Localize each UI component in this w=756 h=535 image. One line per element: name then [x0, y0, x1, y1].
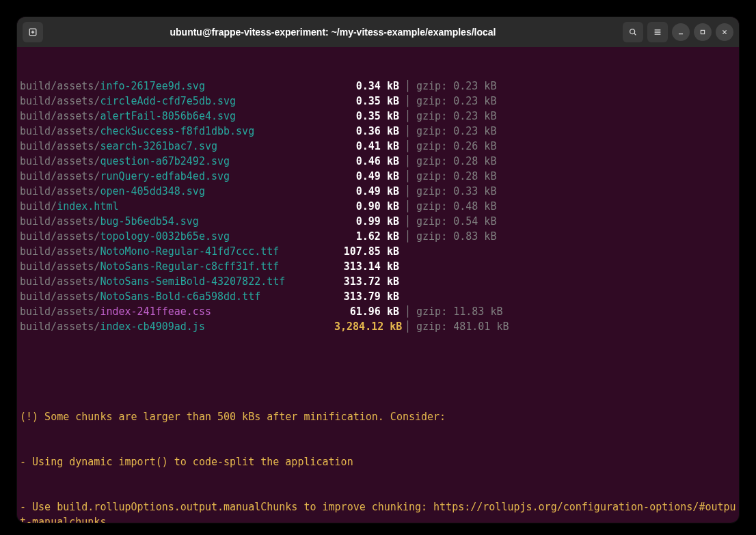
build-output-row: build/assets/index-cb4909ad.js3,284.12 k…	[20, 319, 736, 334]
build-output-row: build/assets/bug-5b6edb54.svg0.99 kB│gzi…	[20, 214, 736, 229]
window-title: ubuntu@frappe-vitess-experiment: ~/my-vi…	[47, 27, 619, 38]
terminal-window: ubuntu@frappe-vitess-experiment: ~/my-vi…	[17, 17, 739, 523]
build-output-row: build/assets/topology-0032b65e.svg1.62 k…	[20, 229, 736, 244]
menu-button[interactable]	[647, 22, 668, 42]
build-output-row: build/assets/runQuery-edfab4ed.svg0.49 k…	[20, 169, 736, 184]
build-output-row: build/assets/alertFail-8056b6e4.svg0.35 …	[20, 109, 736, 124]
minimize-button[interactable]	[672, 23, 690, 41]
build-output-row: build/assets/checkSuccess-f8fd1dbb.svg0.…	[20, 124, 736, 139]
new-tab-button[interactable]	[23, 22, 43, 42]
build-output-row: build/assets/NotoMono-Regular-41fd7ccc.t…	[20, 244, 736, 259]
build-output-row: build/index.html0.90 kB│gzip: 0.48 kB	[20, 199, 736, 214]
build-output-row: build/assets/search-3261bac7.svg0.41 kB│…	[20, 139, 736, 154]
warning-line: - Using dynamic import() to code-split t…	[20, 454, 736, 469]
build-output-row: build/assets/NotoSans-SemiBold-43207822.…	[20, 274, 736, 289]
blank-line	[20, 364, 736, 379]
build-output-row: build/assets/open-405dd348.svg0.49 kB│gz…	[20, 184, 736, 199]
svg-rect-9	[701, 30, 704, 33]
warning-line: - Use build.rollupOptions.output.manualC…	[20, 499, 736, 523]
titlebar: ubuntu@frappe-vitess-experiment: ~/my-vi…	[17, 17, 739, 47]
build-output-row: build/assets/NotoSans-Bold-c6a598dd.ttf3…	[20, 289, 736, 304]
close-button[interactable]	[716, 23, 733, 41]
search-button[interactable]	[623, 22, 643, 42]
build-output-row: build/assets/index-241ffeae.css61.96 kB│…	[20, 304, 736, 319]
warning-line: (!) Some chunks are larger than 500 kBs …	[20, 409, 736, 424]
build-output-row: build/assets/NotoSans-Regular-c8cff31f.t…	[20, 259, 736, 274]
maximize-button[interactable]	[694, 23, 712, 41]
terminal-body[interactable]: build/assets/info-2617ee9d.svg0.34 kB│gz…	[17, 47, 739, 523]
build-output-row: build/assets/question-a67b2492.svg0.46 k…	[20, 154, 736, 169]
svg-line-4	[634, 33, 636, 36]
build-output-row: build/assets/info-2617ee9d.svg0.34 kB│gz…	[20, 79, 736, 94]
build-output-row: build/assets/circleAdd-cfd7e5db.svg0.35 …	[20, 94, 736, 109]
svg-point-3	[630, 29, 635, 34]
